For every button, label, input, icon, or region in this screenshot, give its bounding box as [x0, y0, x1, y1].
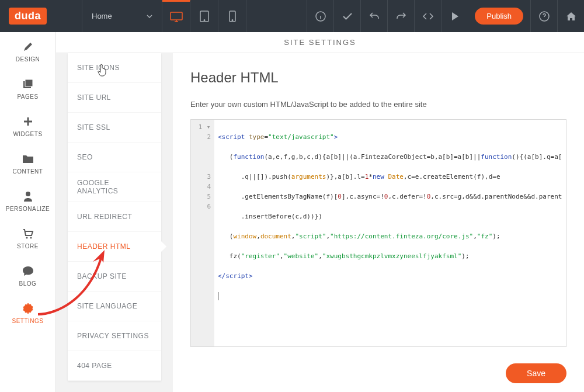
svg-point-12 [26, 307, 30, 310]
undo-button[interactable] [360, 0, 387, 32]
subnav-url-redirect[interactable]: URL REDIRECT [68, 202, 161, 232]
tablet-icon [200, 11, 209, 22]
page-selector-label: Home [92, 12, 112, 20]
done-button[interactable] [333, 0, 360, 32]
device-desktop-tab[interactable] [162, 0, 190, 32]
devmode-button[interactable] [414, 0, 441, 32]
preview-button[interactable] [441, 0, 468, 32]
pages-icon [22, 79, 34, 89]
panel-title: Header HTML [190, 70, 566, 86]
editor-gutter: 1 ▾ 2 3 4 5 6 [191, 120, 214, 346]
top-bar: duda Home Pub [0, 0, 584, 32]
rail-label: STORE [17, 243, 39, 249]
code-icon [422, 12, 434, 20]
brand-logo-text: duda [9, 8, 47, 25]
rail-item-blog[interactable]: BLOG [0, 256, 55, 294]
subnav-site-icons[interactable]: SITE ICONS [68, 53, 161, 83]
save-button[interactable]: Save [506, 363, 566, 383]
rail-label: DESIGN [16, 56, 40, 63]
svg-point-10 [26, 237, 27, 238]
stage: SITE SETTINGS SITE ICONS SITE URL SITE S… [56, 32, 584, 392]
check-icon [342, 12, 353, 20]
rail-item-store[interactable]: STORE [0, 219, 55, 256]
header-html-panel: Header HTML Enter your own custom HTML/J… [173, 53, 584, 392]
rail-label: BLOG [19, 280, 37, 287]
help-icon [539, 11, 550, 22]
subnav-site-language[interactable]: SITE LANGUAGE [68, 292, 161, 321]
rail-item-widgets[interactable]: WIDGETS [0, 107, 55, 144]
editor-content[interactable]: <script type="text/javascript"> (functio… [214, 120, 566, 346]
stage-title: SITE SETTINGS [284, 38, 356, 47]
topbar-actions: Publish [307, 0, 584, 32]
play-icon [451, 12, 459, 21]
cart-icon [22, 228, 34, 239]
chevron-down-icon [147, 15, 152, 18]
redo-icon [396, 12, 406, 21]
rail-label: SETTINGS [12, 318, 43, 324]
svg-rect-8 [25, 79, 33, 86]
device-tablet-tab[interactable] [190, 0, 218, 32]
device-mobile-tab[interactable] [218, 0, 246, 32]
brand-logo: duda [0, 0, 82, 32]
publish-button[interactable]: Publish [475, 8, 523, 25]
svg-point-9 [26, 192, 30, 196]
subnav-privacy-settings[interactable]: PRIVACY SETTINGS [68, 321, 161, 351]
subnav-404-page[interactable]: 404 PAGE [68, 351, 161, 381]
device-tabs [162, 0, 246, 32]
gear-icon [22, 303, 34, 314]
help-button[interactable] [530, 0, 557, 32]
info-button[interactable] [307, 0, 333, 32]
rail-item-personalize[interactable]: PERSONALIZE [0, 182, 55, 219]
svg-point-4 [232, 19, 233, 20]
panel-description: Enter your own custom HTML/JavaScript to… [190, 100, 566, 109]
page-selector[interactable]: Home [82, 0, 162, 32]
rail-label: CONTENT [13, 168, 43, 175]
rail-item-pages[interactable]: PAGES [0, 70, 55, 107]
rail-item-design[interactable]: DESIGN [0, 32, 55, 70]
person-icon [23, 191, 33, 202]
svg-point-11 [30, 237, 32, 238]
home-icon [566, 12, 576, 21]
home-button[interactable] [557, 0, 584, 32]
mobile-icon [229, 11, 236, 22]
left-rail: DESIGN PAGES WIDGETS CONTENT PERSONALIZE… [0, 32, 56, 392]
svg-point-2 [204, 19, 205, 20]
plus-icon [23, 116, 33, 127]
rail-label: PAGES [17, 93, 38, 100]
desktop-icon [170, 12, 183, 22]
undo-icon [369, 12, 380, 21]
rail-item-content[interactable]: CONTENT [0, 144, 55, 182]
settings-subnav: SITE ICONS SITE URL SITE SSL SEO GOOGLE … [68, 53, 161, 381]
subnav-seo[interactable]: SEO [68, 143, 161, 172]
subnav-header-html[interactable]: HEADER HTML [68, 232, 161, 262]
subnav-site-url[interactable]: SITE URL [68, 83, 161, 113]
subnav-google-analytics[interactable]: GOOGLE ANALYTICS [68, 172, 161, 202]
brush-icon [22, 41, 34, 53]
svg-rect-0 [171, 12, 182, 20]
code-close-tag-a: </scr [218, 272, 237, 280]
info-icon [315, 11, 326, 22]
subnav-backup-site[interactable]: BACKUP SITE [68, 262, 161, 292]
rail-label: PERSONALIZE [6, 206, 50, 212]
redo-button[interactable] [387, 0, 414, 32]
code-editor[interactable]: 1 ▾ 2 3 4 5 6 <script type="text/javascr… [190, 119, 566, 347]
stage-header: SITE SETTINGS [56, 32, 584, 53]
folder-icon [22, 154, 34, 164]
rail-item-settings[interactable]: SETTINGS [0, 294, 55, 331]
chat-icon [22, 266, 34, 276]
subnav-site-ssl[interactable]: SITE SSL [68, 113, 161, 143]
rail-label: WIDGETS [13, 131, 42, 137]
code-close-tag-b: ipt> [237, 272, 253, 280]
